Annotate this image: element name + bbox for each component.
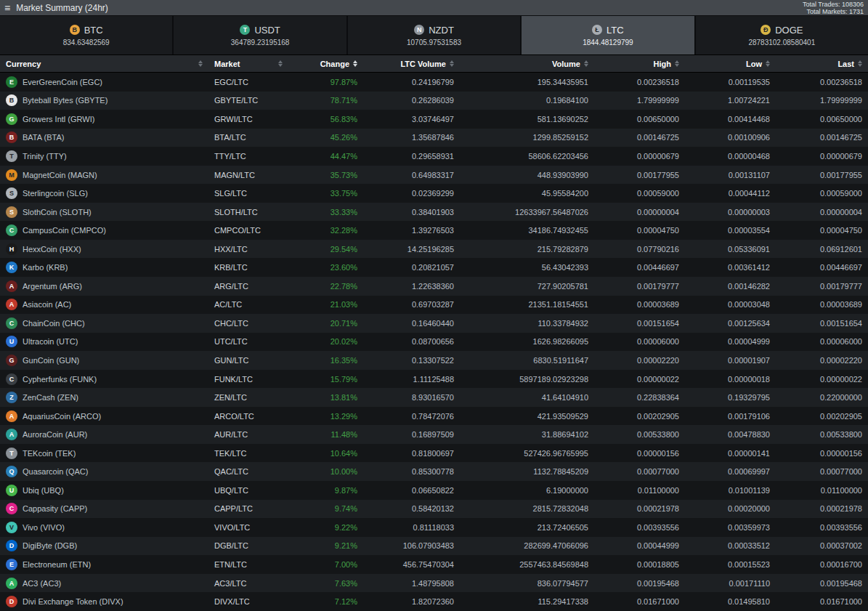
currency-cell: CCampusCoin (CMPCO) xyxy=(0,221,208,240)
change-cell: 33.33% xyxy=(288,203,363,222)
table-row[interactable]: TTEKcoin (TEK)TEK/LTC10.64%0.81800697527… xyxy=(0,444,868,463)
ltc-coin-icon: Ł xyxy=(592,25,602,35)
market-tab-btc[interactable]: BBTC834.63482569 xyxy=(0,16,174,54)
column-header-ltc-volume[interactable]: LTC Volume xyxy=(363,55,460,72)
table-row[interactable]: AAsiacoin (AC)AC/LTC21.03%0.697032872135… xyxy=(0,296,868,315)
tab-label: BTC xyxy=(84,25,103,36)
currency-name: GunCoin (GUN) xyxy=(23,356,79,365)
table-row[interactable]: UUbiq (UBQ)UBQ/LTC9.87%0.066508226.19000… xyxy=(0,481,868,500)
table-row[interactable]: CChainCoin (CHC)CHC/LTC20.71%0.164604401… xyxy=(0,314,868,333)
currency-name: TEKcoin (TEK) xyxy=(23,449,76,458)
table-row[interactable]: GGunCoin (GUN)GUN/LTC16.35%0.13307522683… xyxy=(0,351,868,370)
column-header-change[interactable]: Change xyxy=(288,55,363,72)
table-row[interactable]: GGrowers Intl (GRWI)GRWI/LTC56.83%3.0374… xyxy=(0,110,868,129)
currency-name: CampusCoin (CMPCO) xyxy=(23,226,106,235)
table-row[interactable]: CCypherfunks (FUNK)FUNK/LTC15.79%1.11125… xyxy=(0,370,868,389)
high-cell: 0.22838364 xyxy=(594,388,685,407)
table-row[interactable]: TTrinity (TTY)TTY/LTC44.47%0.29658931586… xyxy=(0,147,868,166)
sort-icon xyxy=(858,60,862,67)
market-tab-doge[interactable]: ÐDOGE28783102.08580401 xyxy=(696,16,868,54)
table-row[interactable]: CCampusCoin (CMPCO)CMPCO/LTC32.28%1.3927… xyxy=(0,221,868,240)
currency-cell: BByteball Bytes (GBYTE) xyxy=(0,92,208,110)
volume-cell: 1132.78845209 xyxy=(460,462,594,481)
table-row[interactable]: UUltracoin (UTC)UTC/LTC20.02%0.087006561… xyxy=(0,333,868,352)
market-cell: BTA/LTC xyxy=(208,129,288,147)
table-row[interactable]: EElectroneum (ETN)ETN/LTC7.00%456.754703… xyxy=(0,555,868,574)
column-header-volume[interactable]: Volume xyxy=(460,55,594,72)
volume-cell: 110.33784932 xyxy=(460,314,594,333)
market-tab-ltc[interactable]: ŁLTC1844.48129799 xyxy=(522,16,695,54)
coin-icon: S xyxy=(6,187,17,199)
coin-icon: A xyxy=(6,429,17,440)
market-tab-usdt[interactable]: TUSDT364789.23195168 xyxy=(174,16,347,54)
tab-value: 28783102.08580401 xyxy=(748,39,815,46)
ltc-volume-cell: 0.81118033 xyxy=(363,518,460,537)
last-cell: 0.00151654 xyxy=(776,314,868,333)
ltc-volume-cell: 1.39276503 xyxy=(363,221,460,240)
table-row[interactable]: SSterlingcoin (SLG)SLG/LTC33.75%0.023692… xyxy=(0,184,868,203)
table-row[interactable]: AAuroraCoin (AUR)AUR/LTC11.48%0.16897509… xyxy=(0,425,868,444)
market-cell: KRB/LTC xyxy=(208,258,288,277)
volume-cell: 1626.98266095 xyxy=(460,333,594,352)
table-row[interactable]: DDivi Exchange Token (DIVX)DIVX/LTC7.12%… xyxy=(0,592,868,611)
column-header-low[interactable]: Low xyxy=(685,55,776,72)
column-header-currency[interactable]: Currency xyxy=(0,55,208,72)
coin-icon: E xyxy=(6,76,17,88)
table-row[interactable]: KKarbo (KRB)KRB/LTC23.60%0.2082105756.43… xyxy=(0,258,868,277)
change-cell: 56.83% xyxy=(288,110,363,129)
last-cell: 0.00177955 xyxy=(776,166,868,185)
table-row[interactable]: ZZenCash (ZEN)ZEN/LTC13.81%8.9301657041.… xyxy=(0,388,868,407)
table-row[interactable]: DDigiByte (DGB)DGB/LTC9.21%106.079034832… xyxy=(0,537,868,556)
column-label: Currency xyxy=(6,60,41,68)
low-cell: 0.00033512 xyxy=(685,537,776,556)
currency-cell: KKarbo (KRB) xyxy=(0,258,208,277)
column-header-last[interactable]: Last xyxy=(776,55,868,72)
page-title: Market Summary (24hr) xyxy=(16,3,108,13)
currency-cell: AArgentum (ARG) xyxy=(0,277,208,296)
currency-cell: AAC3 (AC3) xyxy=(0,574,208,593)
ltc-volume-cell: 14.25196285 xyxy=(363,240,460,259)
high-cell: 0.00000004 xyxy=(594,203,685,222)
ltc-volume-cell: 0.02369299 xyxy=(363,184,460,203)
tab-label: NZDT xyxy=(429,25,454,36)
tab-label: DOGE xyxy=(775,25,803,36)
market-cell: DIVX/LTC xyxy=(208,592,288,611)
menu-icon[interactable]: ≡ xyxy=(4,3,10,13)
coin-icon: S xyxy=(6,206,17,218)
table-row[interactable]: CCappasity (CAPP)CAPP/LTC9.74%0.58420132… xyxy=(0,500,868,519)
currency-cell: BBATA (BTA) xyxy=(0,129,208,147)
market-cell: ARCO/LTC xyxy=(208,407,288,426)
table-row[interactable]: EEverGreenCoin (EGC)EGC/LTC97.87%0.24196… xyxy=(0,73,868,92)
market-tab-nzdt[interactable]: NNZDT10705.97531583 xyxy=(348,16,522,54)
table-row[interactable]: QQuasarcoin (QAC)QAC/LTC10.00%0.85300778… xyxy=(0,462,868,481)
currency-name: AquariusCoin (ARCO) xyxy=(23,412,101,421)
table-row[interactable]: AArgentum (ARG)ARG/LTC22.78%1.2263836072… xyxy=(0,277,868,296)
volume-cell: 115.29417338 xyxy=(460,592,594,611)
change-cell: 10.64% xyxy=(288,444,363,463)
table-row[interactable]: AAquariusCoin (ARCO)ARCO/LTC13.29%0.7847… xyxy=(0,407,868,426)
change-cell: 15.79% xyxy=(288,370,363,389)
table-row[interactable]: BByteball Bytes (GBYTE)GBYTE/LTC78.71%0.… xyxy=(0,92,868,110)
column-header-market[interactable]: Market xyxy=(208,55,288,72)
low-cell: 0.00100906 xyxy=(685,129,776,147)
table-row[interactable]: MMagnetCoin (MAGN)MAGN/LTC35.73%0.649833… xyxy=(0,166,868,185)
coin-icon: G xyxy=(6,113,17,125)
market-cell: UBQ/LTC xyxy=(208,481,288,500)
coin-icon: C xyxy=(6,224,17,236)
coin-icon: A xyxy=(6,280,17,292)
table-row[interactable]: VVivo (VIVO)VIVO/LTC9.22%0.81118033213.7… xyxy=(0,518,868,537)
ltc-volume-cell: 0.16460440 xyxy=(363,314,460,333)
low-cell: 0.00000018 xyxy=(685,370,776,389)
table-row[interactable]: SSlothCoin (SLOTH)SLOTH/LTC33.33%0.38401… xyxy=(0,203,868,222)
currency-cell: DDigiByte (DGB) xyxy=(0,537,208,556)
table-row[interactable]: BBATA (BTA)BTA/LTC45.26%1.356878461299.8… xyxy=(0,129,868,147)
column-header-high[interactable]: High xyxy=(594,55,685,72)
sort-icon xyxy=(766,60,770,67)
sort-icon xyxy=(353,60,357,67)
volume-cell: 581.13690252 xyxy=(460,110,594,129)
table-row[interactable]: AAC3 (AC3)AC3/LTC7.63%1.48795808836.0779… xyxy=(0,574,868,593)
currency-cell: GGunCoin (GUN) xyxy=(0,351,208,370)
market-cell: CAPP/LTC xyxy=(208,500,288,519)
table-row[interactable]: HHexxCoin (HXX)HXX/LTC29.54%14.251962852… xyxy=(0,240,868,259)
last-cell: 0.00037002 xyxy=(776,537,868,556)
